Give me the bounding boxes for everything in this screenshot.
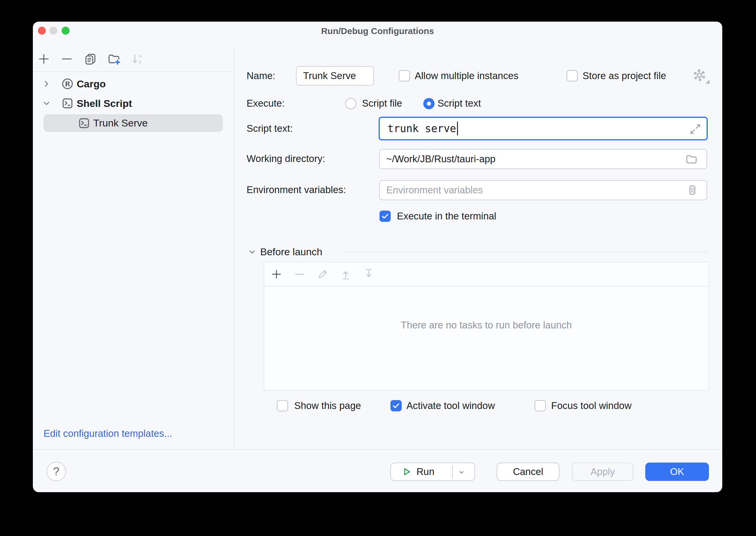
help-button[interactable]: ? xyxy=(47,462,66,481)
env-variables-list-icon[interactable] xyxy=(686,184,698,196)
svg-text:a: a xyxy=(139,53,142,59)
edit-configuration-templates-link[interactable]: Edit configuration templates... xyxy=(44,428,172,439)
working-directory-label: Working directory: xyxy=(247,153,325,165)
window-title: Run/Debug Configurations xyxy=(33,26,722,36)
name-input[interactable] xyxy=(296,66,374,85)
gear-dropdown-triangle-icon xyxy=(706,80,709,84)
shell-script-icon xyxy=(61,97,74,110)
store-as-project-file-checkbox[interactable] xyxy=(567,70,578,82)
working-directory-input[interactable] xyxy=(379,149,707,169)
run-split-divider xyxy=(452,465,453,479)
footer-divider xyxy=(33,449,722,450)
move-task-down-button[interactable] xyxy=(363,268,375,280)
run-options-chevron-icon[interactable] xyxy=(457,468,466,477)
execute-in-terminal-checkbox[interactable] xyxy=(379,211,391,222)
script-file-radio[interactable] xyxy=(345,98,356,109)
allow-multiple-instances-label[interactable]: Allow multiple instances xyxy=(415,70,518,82)
sidebar-item-cargo[interactable]: Cargo xyxy=(77,78,106,90)
cancel-button-label: Cancel xyxy=(513,466,544,477)
script-file-radio-label[interactable]: Script file xyxy=(362,97,402,109)
ok-button-label: OK xyxy=(670,466,684,477)
script-text-input[interactable]: trunk serve xyxy=(379,117,708,140)
copy-configuration-button[interactable] xyxy=(84,52,97,65)
run-debug-configurations-dialog: Run/Debug Configurations az R Cargo Shel… xyxy=(33,21,722,492)
script-text-radio-label[interactable]: Script text xyxy=(437,97,481,109)
show-this-page-checkbox[interactable] xyxy=(277,400,288,411)
before-launch-title[interactable]: Before launch xyxy=(260,246,322,258)
allow-multiple-instances-checkbox[interactable] xyxy=(399,70,410,82)
ok-button[interactable]: OK xyxy=(645,462,709,481)
edit-task-button[interactable] xyxy=(317,268,329,280)
script-text-label: Script text: xyxy=(247,122,293,134)
sort-configurations-button[interactable]: az xyxy=(131,52,144,65)
store-settings-gear-icon[interactable] xyxy=(692,68,707,83)
chevron-right-icon[interactable] xyxy=(42,79,51,88)
environment-variables-label: Environment variables: xyxy=(247,184,346,196)
before-launch-divider xyxy=(344,251,709,252)
apply-button-label: Apply xyxy=(590,466,615,477)
text-caret xyxy=(457,122,458,135)
browse-folder-icon[interactable] xyxy=(685,153,698,166)
move-task-up-button[interactable] xyxy=(340,268,352,280)
execute-in-terminal-label[interactable]: Execute in the terminal xyxy=(397,210,496,222)
focus-tool-window-checkbox[interactable] xyxy=(535,400,546,411)
name-label: Name: xyxy=(247,70,275,82)
cargo-icon: R xyxy=(61,78,74,90)
script-text-radio[interactable] xyxy=(423,98,434,109)
execute-label: Execute: xyxy=(247,97,284,109)
no-tasks-message: There are no tasks to run before launch xyxy=(264,319,709,331)
before-launch-panel: There are no tasks to run before launch xyxy=(264,262,709,391)
sidebar-toolbar-divider xyxy=(33,71,234,72)
remove-configuration-button[interactable] xyxy=(60,52,74,65)
before-launch-collapse-chevron-icon[interactable] xyxy=(248,248,257,256)
show-this-page-label[interactable]: Show this page xyxy=(294,400,361,412)
apply-button[interactable]: Apply xyxy=(572,462,633,481)
run-button-label: Run xyxy=(417,466,434,477)
activate-tool-window-checkbox[interactable] xyxy=(391,400,402,411)
sidebar-item-trunk-serve-label: Trunk Serve xyxy=(93,117,148,129)
cancel-button[interactable]: Cancel xyxy=(497,462,559,481)
remove-task-button[interactable] xyxy=(294,268,305,280)
environment-variables-input[interactable] xyxy=(379,180,707,200)
new-folder-button[interactable] xyxy=(108,52,120,65)
focus-tool-window-label[interactable]: Focus tool window xyxy=(551,400,631,412)
add-task-button[interactable] xyxy=(270,268,282,280)
shell-script-icon xyxy=(78,117,90,129)
chevron-down-icon[interactable] xyxy=(42,99,51,108)
add-configuration-button[interactable] xyxy=(37,52,50,65)
svg-text:R: R xyxy=(65,80,71,88)
store-as-project-file-label[interactable]: Store as project file xyxy=(583,70,666,82)
run-button[interactable]: Run xyxy=(391,462,475,481)
expand-field-icon[interactable] xyxy=(689,122,702,136)
sidebar-divider xyxy=(234,49,235,449)
sidebar-item-shell-script[interactable]: Shell Script xyxy=(77,97,132,110)
help-question-glyph: ? xyxy=(53,465,59,478)
task-toolbar-divider xyxy=(264,286,709,287)
run-play-icon xyxy=(401,466,412,477)
svg-text:z: z xyxy=(139,59,142,65)
script-text-value: trunk serve xyxy=(388,122,456,134)
activate-tool-window-label[interactable]: Activate tool window xyxy=(406,400,495,412)
